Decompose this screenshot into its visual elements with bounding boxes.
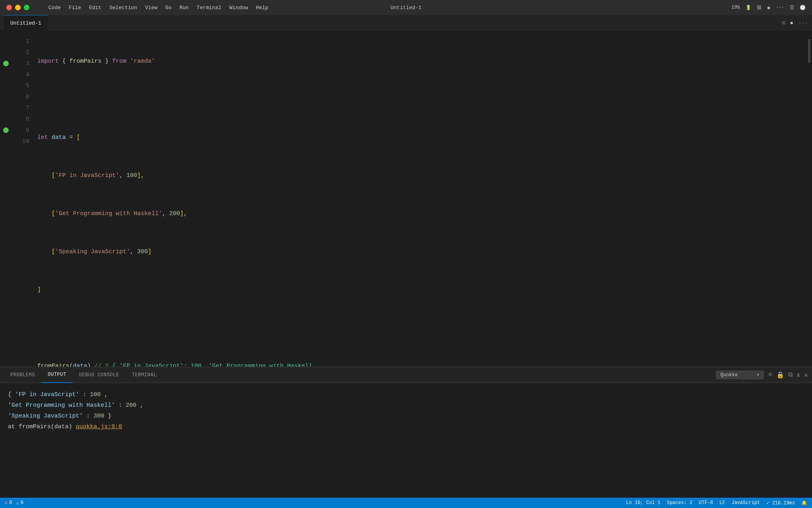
control-center-icon[interactable]: ☰ bbox=[790, 5, 794, 11]
copy-icon[interactable]: ⧉ bbox=[788, 371, 793, 379]
breakpoint-3[interactable] bbox=[3, 61, 9, 66]
output-line-2: 'Get Programming with Haskell' : 200 , bbox=[8, 400, 804, 411]
out-quokka-link[interactable]: quokka.js:9:0 bbox=[76, 423, 122, 430]
encoding[interactable]: UTF-8 bbox=[699, 500, 713, 506]
close-button[interactable] bbox=[6, 5, 12, 10]
fn-fromPairs-call: fromPairs bbox=[37, 361, 69, 367]
line-num-1: 1 bbox=[12, 36, 29, 47]
battery-percent: 19% bbox=[732, 5, 740, 10]
link-icon: ⛓ bbox=[757, 5, 762, 11]
line-num-8: 8 bbox=[12, 114, 29, 125]
cursor-position[interactable]: Ln 10, Col 1 bbox=[626, 500, 660, 506]
op-assign: = bbox=[66, 132, 77, 143]
indentation[interactable]: Spaces: 2 bbox=[667, 500, 693, 506]
menu-file[interactable]: File bbox=[69, 5, 81, 11]
menu-window[interactable]: Window bbox=[230, 5, 248, 11]
tab-problems-label: PROBLEMS bbox=[10, 372, 35, 378]
out-at: at bbox=[8, 423, 19, 430]
line-num-3: 3 bbox=[12, 58, 29, 69]
line-ending[interactable]: LF bbox=[720, 500, 725, 506]
out-key-speaking: 'Speaking JavaScript' bbox=[8, 413, 83, 419]
chevron-down-icon: ▾ bbox=[756, 372, 759, 378]
menu-run[interactable]: Run bbox=[180, 5, 189, 11]
bracket-4-open: [ bbox=[52, 170, 55, 181]
keyword-let: let bbox=[37, 132, 48, 143]
out-comma-1: , bbox=[104, 391, 108, 398]
code-editor[interactable]: 1 2 3 4 5 6 7 8 9 10 import { fromPairs … bbox=[0, 31, 812, 367]
menu-view[interactable]: View bbox=[145, 5, 157, 11]
editor-scrollbar[interactable] bbox=[806, 31, 812, 367]
code-line-2 bbox=[36, 94, 806, 105]
notification-bell-icon[interactable]: 🔔 bbox=[801, 500, 807, 506]
tab-terminal[interactable]: TERMINAL bbox=[126, 367, 163, 383]
menu-help[interactable]: Help bbox=[256, 5, 268, 11]
error-icon: ⊗ bbox=[5, 500, 8, 506]
panel-tabs-list: PROBLEMS OUTPUT DEBUG CONSOLE TERMINAL bbox=[4, 367, 163, 383]
keyword-import: import bbox=[37, 56, 59, 67]
warning-num: 0 bbox=[21, 500, 23, 506]
num-300: 300 bbox=[137, 246, 148, 258]
bracket-5-open: [ bbox=[52, 208, 55, 219]
code-line-4: [ 'FP in JavaScript' , 100 ] , bbox=[36, 170, 806, 181]
code-line-6: [ 'Speaking JavaScript' , 300 ] bbox=[36, 246, 806, 258]
tab-output-label: OUTPUT bbox=[48, 372, 66, 377]
gutter-3 bbox=[0, 58, 12, 69]
clock-icon: 🕐 bbox=[800, 5, 806, 11]
string-speaking: 'Speaking JavaScript' bbox=[55, 246, 130, 258]
menu-go[interactable]: Go bbox=[165, 5, 172, 11]
clear-output-icon[interactable]: ≡ bbox=[768, 371, 772, 379]
bracket-4-close: ] bbox=[137, 170, 141, 181]
error-count[interactable]: ⊗ 0 ⚠ 0 bbox=[5, 500, 23, 506]
code-line-8 bbox=[36, 323, 806, 334]
code-line-7: ] bbox=[36, 285, 806, 296]
out-colon-1: : bbox=[83, 391, 90, 398]
collapse-panel-icon[interactable]: ∧ bbox=[797, 371, 801, 379]
editor-main: 1 2 3 4 5 6 7 8 9 10 import { fromPairs … bbox=[0, 31, 812, 498]
out-colon-3: : bbox=[86, 413, 94, 419]
var-data: data bbox=[52, 132, 66, 143]
split-editor-icon[interactable]: ⊡ bbox=[782, 19, 785, 26]
punct-comma-4: , bbox=[119, 170, 126, 181]
out-key-haskell: 'Get Programming with Haskell' bbox=[8, 402, 115, 409]
num-200: 200 bbox=[169, 208, 180, 219]
output-source-dropdown[interactable]: Quokka ▾ bbox=[716, 371, 764, 379]
tab-label: Untitled-1 bbox=[10, 20, 41, 26]
more-actions-icon[interactable]: ··· bbox=[798, 20, 808, 26]
gutter-8 bbox=[0, 114, 12, 125]
warning-icon: ⚠ bbox=[16, 500, 19, 506]
tab-debug-console[interactable]: DEBUG CONSOLE bbox=[73, 367, 125, 383]
tab-debug-label: DEBUG CONSOLE bbox=[79, 372, 119, 378]
menu-edit[interactable]: Edit bbox=[89, 5, 101, 11]
close-panel-icon[interactable]: ✕ bbox=[804, 371, 808, 379]
tab-output[interactable]: OUTPUT bbox=[41, 367, 73, 383]
indent-4 bbox=[37, 170, 52, 181]
more-icon[interactable]: ··· bbox=[776, 5, 784, 10]
tab-untitled-1[interactable]: Untitled-1 bbox=[4, 15, 48, 31]
code-content[interactable]: import { fromPairs } from 'ramda' let da… bbox=[36, 31, 806, 367]
code-line-1: import { fromPairs } from 'ramda' bbox=[36, 56, 806, 67]
tab-problems[interactable]: PROBLEMS bbox=[4, 367, 41, 383]
out-val-200: 200 bbox=[126, 402, 136, 409]
out-at-fn: fromPairs(data) bbox=[19, 423, 76, 430]
gutter-5 bbox=[0, 80, 12, 91]
menu-terminal[interactable]: Terminal bbox=[197, 5, 221, 11]
out-val-100: 100 bbox=[90, 391, 101, 398]
output-line-1: { 'FP in JavaScript' : 100 , bbox=[8, 389, 804, 400]
menu-code[interactable]: Code bbox=[48, 5, 61, 11]
punct-space4 bbox=[48, 132, 52, 143]
minimize-button[interactable] bbox=[15, 5, 21, 10]
punct-4: , bbox=[141, 170, 144, 181]
language-mode[interactable]: JavaScript bbox=[732, 500, 760, 506]
breakpoint-9[interactable] bbox=[3, 127, 9, 133]
scrollbar-thumb[interactable] bbox=[808, 39, 810, 63]
statusbar-left: ⊗ 0 ⚠ 0 bbox=[5, 500, 23, 506]
status-bar: ⊗ 0 ⚠ 0 Ln 10, Col 1 Spaces: 2 UTF-8 LF … bbox=[0, 498, 812, 508]
bracket-7: ] bbox=[37, 285, 41, 296]
panel: PROBLEMS OUTPUT DEBUG CONSOLE TERMINAL Q… bbox=[0, 367, 812, 498]
comment-result: { 'FP in JavaScript': 100, 'Get Programm… bbox=[112, 361, 312, 367]
lock-icon[interactable]: 🔒 bbox=[776, 371, 784, 379]
gutter-9 bbox=[0, 125, 12, 136]
maximize-button[interactable] bbox=[24, 5, 29, 10]
editor-actions: ⊡ ● ··· bbox=[782, 19, 808, 26]
menu-selection[interactable]: Selection bbox=[109, 5, 137, 11]
